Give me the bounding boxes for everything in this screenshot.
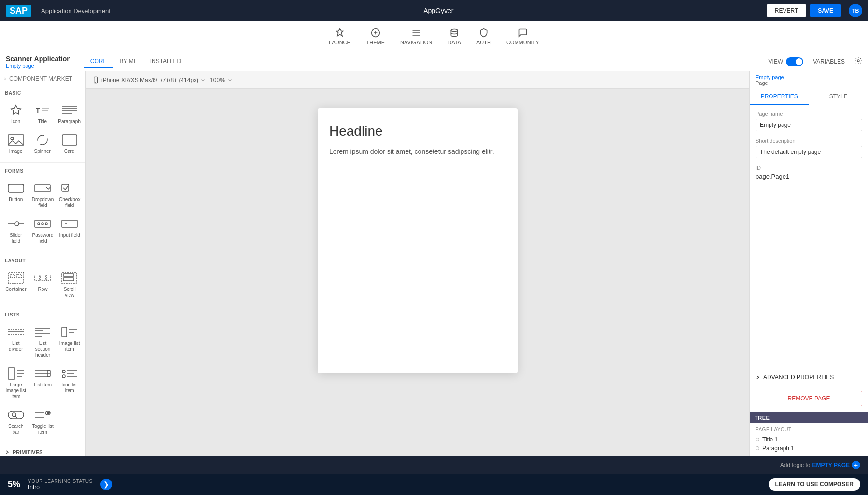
chat-icon xyxy=(518,28,528,38)
comp-card-item[interactable]: Card xyxy=(56,129,83,158)
device-bar: iPhone XR/XS Max/6/+/7+/8+ (414px) 100% xyxy=(86,71,749,89)
button-comp-label: Button xyxy=(9,197,23,203)
tab-properties[interactable]: PROPERTIES xyxy=(750,89,809,105)
comp-list-divider-item[interactable]: List divider xyxy=(3,321,29,362)
tree-dot-paragraph1 xyxy=(756,446,759,450)
list-section-header-icon xyxy=(34,325,51,339)
settings-icon[interactable] xyxy=(854,57,862,66)
toolbar-navigation-label: NAVIGATION xyxy=(400,40,432,45)
sub-toolbar: Scanner Application Empty page CORE BY M… xyxy=(0,52,868,71)
list-item-label: List item xyxy=(34,382,52,388)
comp-container-item[interactable]: Container xyxy=(3,267,29,302)
tab-installed[interactable]: INSTALLED xyxy=(144,56,187,68)
top-bar-title: AppGyver xyxy=(118,7,759,14)
comp-slider-item[interactable]: Slider field xyxy=(3,213,29,248)
search-input[interactable] xyxy=(9,75,82,82)
tab-style[interactable]: STYLE xyxy=(809,89,868,105)
comp-checkbox-item[interactable]: Checkbox field xyxy=(56,178,83,212)
breadcrumb-parent[interactable]: Empty page xyxy=(756,74,862,80)
learn-button[interactable]: LEARN TO USE COMPOSER xyxy=(769,478,860,491)
short-desc-input[interactable] xyxy=(756,146,862,158)
comp-title-item[interactable]: T Title xyxy=(29,99,55,128)
toolbar-community[interactable]: COMMUNITY xyxy=(506,28,539,45)
toolbar-theme[interactable]: THEME xyxy=(366,28,385,45)
comp-icon-list-item[interactable]: Icon list item xyxy=(56,363,83,403)
primitives-label: PRIMITIVES xyxy=(13,449,42,455)
mobile-icon xyxy=(92,76,99,84)
advanced-props[interactable]: ADVANCED PROPERTIES xyxy=(750,370,868,385)
add-logic-link[interactable]: EMPTY PAGE xyxy=(812,462,850,468)
toolbar-data[interactable]: DATA xyxy=(448,28,461,45)
list-item-icon xyxy=(34,367,51,380)
comp-scroll-item[interactable]: Scroll view xyxy=(56,267,83,302)
comp-toggle-list-item[interactable]: Toggle list item xyxy=(30,404,56,439)
prop-id: ID page.Page1 xyxy=(756,165,862,180)
toolbar-auth[interactable]: AUTH xyxy=(476,28,491,45)
comp-row-item[interactable]: Row xyxy=(30,267,56,302)
revert-button[interactable]: REVERT xyxy=(767,4,806,17)
svg-point-13 xyxy=(11,137,14,140)
toolbar-navigation[interactable]: NAVIGATION xyxy=(400,28,432,45)
primitives-section[interactable]: PRIMITIVES xyxy=(0,445,85,456)
remove-page-button[interactable]: REMOVE PAGE xyxy=(756,391,862,406)
variables-button[interactable]: VARIABLES xyxy=(809,56,849,67)
comp-password-item[interactable]: Password field xyxy=(30,213,56,248)
comp-list-item[interactable]: List item xyxy=(30,363,56,403)
app-info: Scanner Application Empty page xyxy=(6,55,71,69)
page-name-input[interactable] xyxy=(756,119,862,131)
svg-rect-47 xyxy=(8,368,15,379)
section-basic-label: BASIC xyxy=(0,86,85,97)
checkbox-comp-label: Checkbox field xyxy=(58,197,81,208)
search-bar xyxy=(0,71,85,86)
comp-dropdown-item[interactable]: Dropdown field xyxy=(30,178,56,212)
device-selector[interactable]: iPhone XR/XS Max/6/+/7+/8+ (414px) xyxy=(92,76,206,84)
main-layout: BASIC Icon T Title Paragraph xyxy=(0,71,868,456)
props-tabs: PROPERTIES STYLE xyxy=(750,89,868,105)
large-image-list-icon xyxy=(7,367,25,380)
view-toggle-track[interactable] xyxy=(786,57,803,66)
comp-spinner-item[interactable]: Spinner xyxy=(29,129,55,158)
comp-input-item[interactable]: Input field xyxy=(56,213,83,248)
tab-core[interactable]: CORE xyxy=(84,56,113,68)
add-logic-plus-icon[interactable]: + xyxy=(852,461,860,469)
learn-arrow-button[interactable]: ❯ xyxy=(100,479,112,490)
comp-icon-item[interactable]: Icon xyxy=(3,99,28,128)
icon-comp-icon xyxy=(7,103,25,117)
tree-item-title1[interactable]: Title 1 xyxy=(756,435,862,444)
toolbar-launch[interactable]: LAUNCH xyxy=(329,28,350,45)
shield-icon xyxy=(479,28,489,38)
chevron-down-icon xyxy=(200,77,206,83)
rocket-icon xyxy=(335,28,345,38)
password-comp-label: Password field xyxy=(32,233,54,244)
zoom-selector[interactable]: 100% xyxy=(210,77,233,83)
save-button[interactable]: SAVE xyxy=(810,4,841,17)
app-dev-label: Application Development xyxy=(41,7,111,14)
tree-panel: TREE PAGE LAYOUT Title 1 Paragraph 1 xyxy=(750,412,868,456)
page-name-label: Page name xyxy=(756,111,862,117)
toolbar-auth-label: AUTH xyxy=(476,40,491,45)
image-list-item-icon xyxy=(61,325,78,339)
comp-image-list-item[interactable]: Image list item xyxy=(56,321,83,362)
comp-image-item[interactable]: Image xyxy=(3,129,28,158)
phone-frame: Headline Lorem ipsum dolor sit amet, con… xyxy=(318,108,518,373)
tree-item-paragraph1[interactable]: Paragraph 1 xyxy=(756,444,862,453)
title-comp-label: Title xyxy=(38,119,47,124)
list-divider-icon xyxy=(7,325,25,339)
comp-button-item[interactable]: Button xyxy=(3,178,29,212)
learning-bar: 5% YOUR LEARNING STATUS Intro ❯ LEARN TO… xyxy=(0,474,868,495)
tab-by-me[interactable]: BY ME xyxy=(114,56,143,68)
svg-rect-29 xyxy=(10,274,15,278)
comp-paragraph-item[interactable]: Paragraph xyxy=(56,99,83,128)
container-comp-icon xyxy=(7,271,25,285)
props-content: Page name Short description ID page.Page… xyxy=(750,105,868,370)
svg-rect-15 xyxy=(62,135,77,145)
comp-list-section-header-item[interactable]: List section header xyxy=(30,321,56,362)
card-comp-icon xyxy=(61,133,78,147)
comp-search-bar-item[interactable]: Search bar xyxy=(3,404,29,439)
slider-comp-label: Slider field xyxy=(5,233,27,244)
app-page-link[interactable]: Empty page xyxy=(6,63,71,69)
icon-list-item-icon xyxy=(61,367,78,380)
card-comp-label: Card xyxy=(64,149,75,154)
comp-large-image-list-item[interactable]: Large image list item xyxy=(3,363,29,403)
image-comp-icon xyxy=(7,133,25,147)
